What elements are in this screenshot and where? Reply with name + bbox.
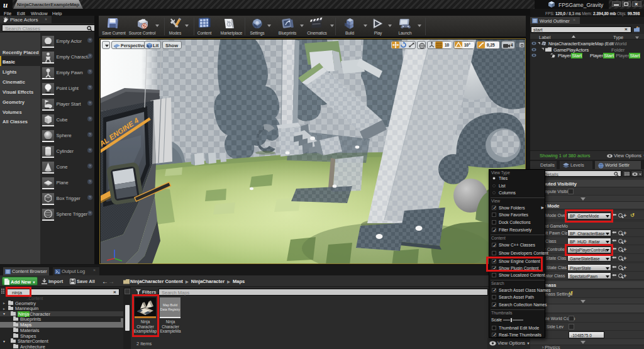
svg-text:u: u bbox=[3, 1, 8, 8]
